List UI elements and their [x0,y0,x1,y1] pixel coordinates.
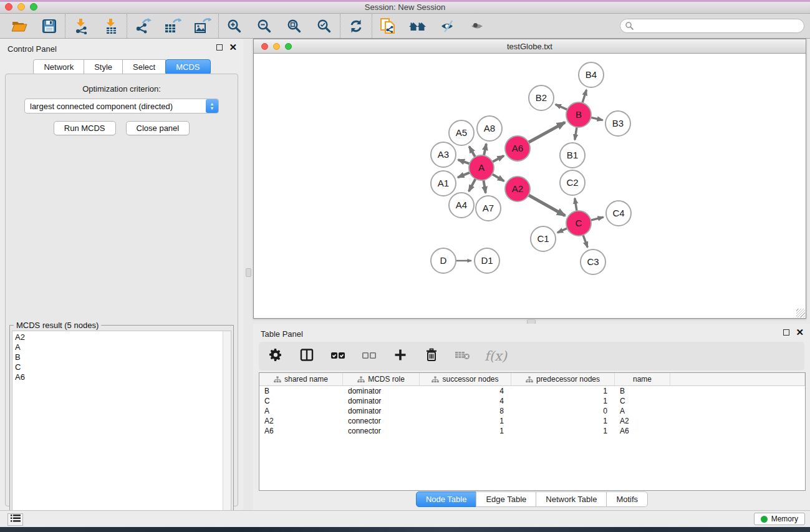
zoom-fit-button[interactable] [284,16,305,36]
graph-node-C2[interactable]: C2 [560,170,585,195]
graph-edge-A-A4[interactable] [469,178,476,191]
table-row[interactable]: Adominator80A [259,406,805,416]
graph-node-C4[interactable]: C4 [606,201,631,226]
show-all-networks-button[interactable] [407,16,428,36]
mcds-result-item[interactable]: C [15,362,223,372]
tab-network-table[interactable]: Network Table [536,491,607,507]
graph-node-D[interactable]: D [431,248,456,273]
table-cell[interactable]: C [259,396,343,406]
table-cell[interactable]: 1 [511,396,615,406]
export-table-button[interactable] [162,16,183,36]
float-table-panel-icon[interactable] [783,329,789,336]
export-network-button[interactable] [132,16,153,36]
table-cell[interactable]: 4 [420,386,511,396]
open-session-button[interactable] [9,16,30,36]
vertical-splitter-grip[interactable] [246,268,251,277]
graph-node-A5[interactable]: A5 [449,120,474,145]
graph-edge-A-A7[interactable] [483,179,486,193]
graph-node-A[interactable]: A [469,155,494,180]
table-row[interactable]: Bdominator41B [259,386,805,396]
mcds-result-item[interactable]: A [15,342,223,352]
table-cell[interactable]: 1 [511,386,615,396]
tab-mcds[interactable]: MCDS [165,59,210,75]
mcds-result-item[interactable]: A6 [15,372,223,382]
table-cell[interactable]: 1 [511,416,615,426]
import-network-button[interactable] [70,16,92,36]
delete-table-button[interactable] [453,347,472,365]
column-header[interactable]: MCDS role [343,373,420,385]
graph-edge-A-A8[interactable] [484,144,486,157]
window-resize-grip[interactable] [796,309,805,317]
close-table-panel-icon[interactable]: ✕ [796,329,804,336]
graph-node-B3[interactable]: B3 [605,111,630,136]
show-details-button[interactable] [467,16,488,36]
deselect-all-columns-button[interactable] [360,347,378,365]
tab-motifs[interactable]: Motifs [606,491,648,507]
task-history-button[interactable] [7,513,23,526]
graph-edge-A6-B[interactable] [528,122,565,143]
graph-node-B1[interactable]: B1 [560,143,585,168]
search-input[interactable] [620,19,804,33]
graph-edge-A-A3[interactable] [458,160,471,164]
memory-button[interactable]: Memory [754,513,805,525]
table-cell[interactable]: dominator [343,396,420,406]
tab-select[interactable]: Select [122,59,166,75]
table-cell[interactable]: A [615,406,670,416]
graph-node-A8[interactable]: A8 [477,116,502,141]
close-panel-icon[interactable]: ✕ [229,44,237,51]
graph-node-A2[interactable]: A2 [505,177,530,201]
table-cell[interactable]: 0 [511,406,615,416]
column-header[interactable]: name [615,373,670,385]
mcds-result-item[interactable]: A2 [15,332,223,342]
hide-details-button[interactable] [437,16,458,36]
zoom-in-button[interactable] [224,16,245,36]
graph-node-B2[interactable]: B2 [529,85,554,110]
table-cell[interactable]: 8 [420,406,511,416]
tab-style[interactable]: Style [84,59,123,75]
column-header[interactable]: predecessor nodes [511,373,615,385]
refresh-layout-button[interactable] [345,16,367,36]
graph-node-A3[interactable]: A3 [431,142,456,167]
table-row[interactable]: A6connector11A6 [259,426,805,436]
graph-edge-C-C4[interactable] [590,217,604,221]
select-all-columns-button[interactable] [329,347,347,365]
graph-edge-A2-C[interactable] [528,195,566,216]
close-panel-button[interactable]: Close panel [126,121,190,135]
graph-edge-B-B4[interactable] [582,90,586,104]
table-row[interactable]: A2connector11A2 [259,416,805,426]
graph-node-C3[interactable]: C3 [581,249,605,274]
table-cell[interactable]: 1 [420,426,511,436]
import-table-button[interactable] [100,16,122,36]
table-cell[interactable]: dominator [343,386,420,396]
delete-column-button[interactable] [422,347,441,365]
table-cell[interactable]: connector [343,426,420,436]
tab-edge-table[interactable]: Edge Table [476,491,536,507]
graph-node-C[interactable]: C [566,211,591,236]
graph-node-A4[interactable]: A4 [449,193,474,218]
graph-edge-C-C2[interactable] [575,198,577,213]
table-cell[interactable]: connector [343,416,420,426]
graph-node-A6[interactable]: A6 [505,136,530,161]
table-cell[interactable]: 1 [511,426,615,436]
graph-node-C1[interactable]: C1 [531,226,556,251]
table-cell[interactable]: A2 [259,416,343,426]
network-canvas[interactable]: B4B2BB3A8A5A6A3B1AC2A1A2A4A7C4CC1C3DD1 [254,54,806,318]
graph-node-A7[interactable]: A7 [476,196,501,221]
run-mcds-button[interactable]: Run MCDS [54,121,116,135]
table-cell[interactable]: B [615,386,670,396]
zoom-out-button[interactable] [254,16,275,36]
create-column-button[interactable] [391,347,410,365]
column-header[interactable]: shared name [259,373,343,385]
table-cell[interactable]: 4 [420,396,511,406]
graph-edge-A-A6[interactable] [491,156,504,163]
float-panel-icon[interactable] [216,44,223,51]
graph-node-B4[interactable]: B4 [579,62,604,87]
table-settings-button[interactable] [266,347,285,365]
mcds-result-item[interactable]: B [15,352,223,362]
function-builder-button[interactable]: f(x) [485,347,507,365]
table-cell[interactable]: A6 [615,426,670,436]
export-image-button[interactable] [192,16,213,36]
table-cell[interactable]: A [259,406,343,416]
duplicate-network-button[interactable] [377,16,398,36]
save-session-button[interactable] [39,16,60,36]
